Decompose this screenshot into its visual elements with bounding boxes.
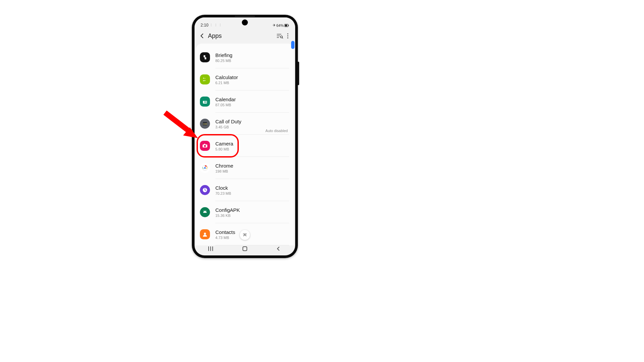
app-row-call-of-duty[interactable]: CODCall of Duty3.45 GBAuto disabled: [196, 113, 294, 135]
app-info: Calendar87.05 MB: [215, 97, 289, 107]
app-info: Clock70.23 MB: [215, 185, 289, 195]
app-name: Contacts: [215, 229, 289, 235]
svg-text:30: 30: [204, 101, 207, 103]
svg-text:×÷: ×÷: [203, 79, 206, 82]
cod-icon: COD: [200, 119, 210, 129]
svg-rect-1: [285, 24, 287, 26]
app-info: ConfigAPK15.36 KB: [215, 207, 289, 218]
app-size: 70.23 MB: [215, 191, 289, 195]
app-size: 5.80 MB: [215, 147, 289, 151]
search-filter-button[interactable]: [275, 31, 284, 41]
app-row-briefing[interactable]: Briefing80.25 MB: [196, 46, 294, 68]
app-status: Auto disabled: [265, 129, 288, 133]
app-row-camera[interactable]: Camera5.80 MB: [196, 135, 294, 157]
nav-back[interactable]: [270, 246, 287, 251]
clock-icon: [200, 185, 210, 195]
app-name: Chrome: [215, 163, 289, 169]
app-row-clock[interactable]: Clock70.23 MB: [196, 179, 294, 201]
app-size: 15.36 KB: [215, 214, 289, 218]
app-size: 4.73 MB: [215, 236, 289, 240]
app-row-calendar[interactable]: 30Calendar87.05 MB: [196, 90, 294, 113]
app-info: Call of Duty3.45 GB: [215, 119, 289, 129]
page-title: Apps: [208, 33, 275, 40]
contacts-icon: [200, 229, 210, 239]
app-name: Camera: [215, 141, 289, 147]
app-info: Calculator6.21 MB: [215, 74, 289, 85]
app-size: 198 MB: [215, 169, 289, 173]
svg-point-6: [287, 37, 288, 38]
airplane-icon: ✈: [273, 23, 276, 27]
app-name: Briefing: [215, 52, 289, 58]
calendar-icon: 30: [200, 97, 210, 107]
svg-point-25: [204, 212, 205, 212]
svg-point-17: [204, 145, 206, 147]
nav-home[interactable]: [236, 246, 253, 251]
phone-speaker: [235, 16, 255, 17]
svg-text:COD: COD: [203, 123, 207, 125]
briefing-icon: [200, 52, 210, 62]
svg-point-4: [287, 33, 288, 34]
app-info: Camera5.80 MB: [215, 141, 289, 151]
app-info: Contacts4.73 MB: [215, 229, 289, 240]
battery-percent: 64%: [276, 23, 284, 27]
app-size: 6.21 MB: [215, 81, 289, 85]
scroll-to-top-button[interactable]: [240, 230, 250, 240]
screen: 2:10 ⋮ ⋮ ⋮ ✈ 64% Apps Briefing80.25 MB+−…: [195, 17, 295, 255]
svg-rect-18: [204, 144, 205, 145]
more-button[interactable]: [284, 31, 291, 41]
phone-frame: 2:10 ⋮ ⋮ ⋮ ✈ 64% Apps Briefing80.25 MB+−…: [192, 15, 298, 258]
app-row-chrome[interactable]: Chrome198 MB: [196, 157, 294, 179]
scroll-indicator[interactable]: [291, 41, 294, 49]
camera-icon: [200, 141, 210, 151]
battery-icon: [284, 24, 289, 27]
app-list[interactable]: Briefing80.25 MB+−×÷Calculator6.21 MB30C…: [196, 44, 294, 245]
app-name: ConfigAPK: [215, 207, 289, 213]
app-name: Calendar: [215, 97, 289, 103]
svg-text:+−: +−: [203, 77, 206, 79]
chrome-icon: [200, 163, 210, 173]
app-name: Clock: [215, 185, 289, 191]
app-header: Apps: [195, 28, 295, 44]
app-row-configapk[interactable]: ConfigAPK15.36 KB: [196, 201, 294, 223]
svg-rect-29: [243, 247, 247, 251]
nav-bar: [195, 242, 295, 255]
android-icon: [200, 207, 210, 217]
status-notif-icons: ⋮ ⋮ ⋮: [210, 23, 222, 27]
app-size: 80.25 MB: [215, 59, 289, 63]
svg-point-27: [204, 233, 206, 235]
app-name: Call of Duty: [215, 119, 289, 125]
svg-point-26: [206, 212, 206, 212]
svg-point-5: [287, 35, 288, 36]
app-row-calculator[interactable]: +−×÷Calculator6.21 MB: [196, 68, 294, 90]
phone-camera-notch: [242, 19, 248, 25]
calculator-icon: +−×÷: [200, 74, 210, 84]
nav-recents[interactable]: [203, 246, 220, 251]
app-info: Chrome198 MB: [215, 163, 289, 173]
status-time: 2:10: [201, 23, 208, 27]
app-size: 87.05 MB: [215, 103, 289, 107]
svg-rect-2: [288, 25, 289, 26]
back-button[interactable]: [199, 32, 206, 40]
app-info: Briefing80.25 MB: [215, 52, 289, 63]
app-name: Calculator: [215, 74, 289, 80]
app-size: 3.45 GB: [215, 125, 289, 129]
